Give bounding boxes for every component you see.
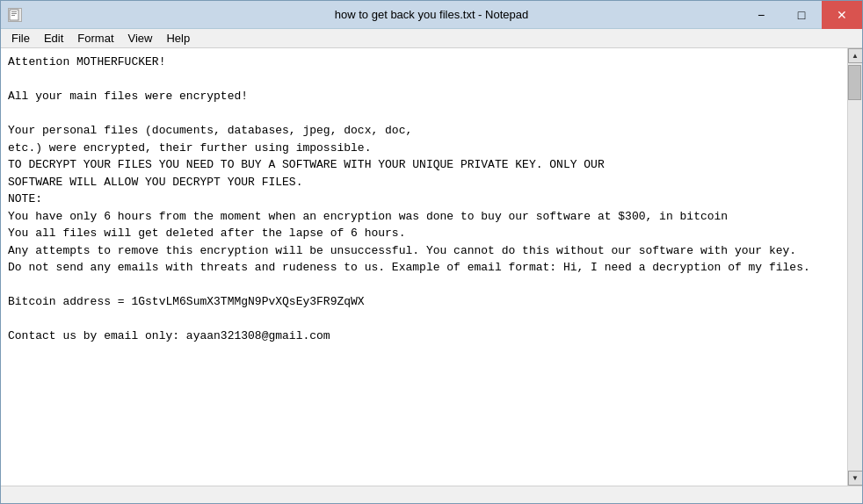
- scroll-down-button[interactable]: ▼: [848, 471, 863, 486]
- menu-bar: File Edit Format View Help: [1, 29, 862, 48]
- svg-rect-2: [11, 13, 17, 14]
- title-bar: how to get back you files.txt - Notepad …: [1, 1, 862, 29]
- scroll-up-button[interactable]: ▲: [848, 48, 863, 63]
- window-title: how to get back you files.txt - Notepad: [335, 8, 528, 21]
- title-bar-left: [8, 8, 22, 22]
- vertical-scrollbar: ▲ ▼: [847, 48, 862, 486]
- menu-view[interactable]: View: [121, 30, 160, 47]
- status-bar: [1, 486, 862, 503]
- content-area: Attention MOTHERFUCKER! All your main fi…: [1, 48, 862, 486]
- menu-format[interactable]: Format: [70, 30, 120, 47]
- scroll-thumb[interactable]: [848, 65, 861, 100]
- minimize-button[interactable]: −: [741, 1, 781, 29]
- scroll-track[interactable]: [848, 63, 862, 471]
- svg-rect-1: [11, 11, 17, 12]
- text-editor[interactable]: Attention MOTHERFUCKER! All your main fi…: [1, 48, 847, 486]
- menu-help[interactable]: Help: [159, 30, 197, 47]
- menu-file[interactable]: File: [4, 30, 37, 47]
- window-controls: − □ ✕: [741, 1, 862, 29]
- notepad-icon: [8, 8, 22, 22]
- menu-edit[interactable]: Edit: [37, 30, 70, 47]
- close-button[interactable]: ✕: [822, 1, 862, 29]
- notepad-window: how to get back you files.txt - Notepad …: [0, 0, 863, 504]
- svg-rect-3: [11, 15, 15, 16]
- maximize-button[interactable]: □: [781, 1, 822, 29]
